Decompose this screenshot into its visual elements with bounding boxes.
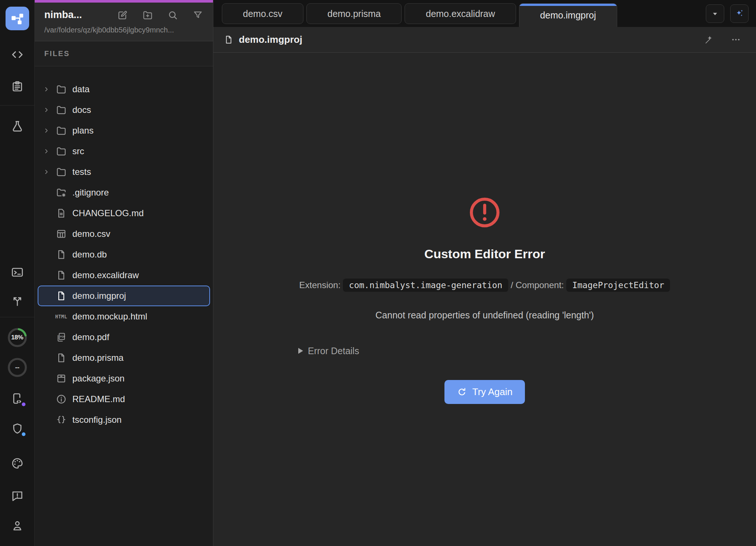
tab-demo.excalidraw[interactable]: demo.excalidraw — [405, 3, 516, 24]
sidebar-header: nimba... /var/folders/qz/kjb0dbb56jlgbcy… — [35, 3, 213, 41]
shield-icon[interactable] — [8, 420, 26, 438]
tree-file-demo.excalidraw[interactable]: demo.excalidraw — [38, 265, 210, 286]
sparkle-icon[interactable] — [730, 4, 749, 23]
code-view-icon[interactable] — [8, 46, 26, 63]
try-again-button[interactable]: Try Again — [444, 380, 525, 404]
triangle-right-icon — [298, 348, 303, 354]
tree-item-label: demo.csv — [72, 229, 110, 239]
folder-plus-icon[interactable] — [142, 10, 153, 21]
folder-gear-icon — [56, 187, 67, 198]
tab-demo.prisma[interactable]: demo.prisma — [306, 3, 402, 24]
extension-label: Extension: — [299, 280, 341, 290]
tree-item-label: demo.mockup.html — [72, 311, 147, 322]
tree-item-label: package.json — [72, 373, 124, 384]
tree-file-demo.prisma[interactable]: demo.prisma — [38, 348, 210, 368]
tree-folder-data[interactable]: data — [38, 79, 210, 100]
chevron-right-icon — [43, 148, 50, 155]
tree-file-tsconfig.json[interactable]: tsconfig.json — [38, 410, 210, 430]
divider — [0, 317, 35, 317]
tree-item-label: demo.pdf — [72, 332, 109, 342]
info-icon — [56, 394, 67, 405]
person-icon[interactable] — [8, 517, 26, 535]
split-arrows-icon[interactable] — [8, 292, 26, 310]
palette-icon[interactable] — [8, 455, 26, 472]
folder-icon — [56, 146, 67, 157]
error-extension-line: Extension: com.nimbalyst.image-generatio… — [299, 277, 670, 294]
editor-content: Custom Editor Error Extension: com.nimba… — [213, 53, 756, 546]
error-message: Cannot read properties of undefined (rea… — [375, 310, 594, 321]
tab-label: demo.imgproj — [540, 10, 596, 21]
tab-label: demo.prisma — [327, 8, 381, 19]
spark-pen-icon[interactable] — [704, 34, 714, 45]
tree-item-label: README.md — [72, 394, 125, 404]
progress-badge: 18% — [11, 334, 23, 341]
device-code-icon[interactable] — [8, 390, 26, 408]
tabs-strip: demo.csvdemo.prismademo.excalidrawdemo.i… — [222, 3, 617, 27]
breadcrumb-file-name: demo.imgproj — [239, 34, 302, 45]
feedback-icon[interactable] — [8, 487, 26, 505]
tab-demo.imgproj[interactable]: demo.imgproj — [519, 3, 617, 27]
tree-item-label: demo.prisma — [72, 353, 124, 363]
custom-editor-error-panel: Custom Editor Error Extension: com.nimba… — [298, 195, 671, 404]
error-title: Custom Editor Error — [425, 247, 545, 261]
package-icon — [56, 373, 67, 384]
context-usage-ring[interactable]: 18% — [7, 327, 28, 348]
edit-icon[interactable] — [117, 10, 128, 21]
tree-file-.gitignore[interactable]: .gitignore — [38, 182, 210, 203]
table-icon — [56, 228, 67, 239]
notification-dot — [22, 432, 25, 436]
folder-icon — [56, 125, 67, 136]
tree-file-demo.imgproj[interactable]: demo.imgproj — [38, 286, 210, 306]
alert-circle-icon — [467, 195, 502, 230]
tree-file-demo.pdf[interactable]: PDFdemo.pdf — [38, 327, 210, 348]
terminal-icon[interactable] — [8, 263, 26, 281]
cost-badge: -- — [15, 363, 20, 372]
sidebar-accent-bar — [35, 0, 213, 3]
tree-folder-tests[interactable]: tests — [38, 162, 210, 182]
cost-ring[interactable]: -- — [7, 357, 28, 378]
tree-item-label: tests — [72, 167, 91, 177]
folder-icon — [56, 104, 67, 115]
chevron-right-icon — [43, 86, 50, 93]
tree-item-label: demo.db — [72, 249, 107, 260]
search-icon[interactable] — [167, 10, 178, 21]
tree-item-label: plans — [72, 125, 93, 136]
divider — [0, 105, 35, 106]
filter-icon[interactable] — [192, 10, 203, 21]
tree-folder-src[interactable]: src — [38, 141, 210, 162]
chevron-right-icon — [43, 127, 50, 134]
app-logo-icon[interactable] — [6, 7, 29, 30]
try-again-label: Try Again — [472, 386, 513, 398]
flask-icon[interactable] — [8, 117, 26, 135]
tree-file-CHANGELOG.md[interactable]: CHANGELOG.md — [38, 203, 210, 224]
sidebar: nimba... /var/folders/qz/kjb0dbb56jlgbcy… — [35, 0, 213, 546]
notification-dot — [22, 402, 25, 406]
document-icon — [56, 208, 67, 219]
project-name: nimba... — [44, 9, 82, 21]
folder-icon — [56, 84, 67, 95]
tree-item-label: data — [72, 84, 90, 94]
tree-file-demo.db[interactable]: demo.db — [38, 244, 210, 265]
ellipsis-icon[interactable] — [731, 34, 741, 45]
folder-icon — [56, 166, 67, 177]
caret-down-icon[interactable] — [706, 4, 724, 23]
error-details-label: Error Details — [308, 346, 359, 356]
tree-folder-docs[interactable]: docs — [38, 100, 210, 120]
component-name: ImageProjectEditor — [566, 279, 670, 292]
tree-file-package.json[interactable]: package.json — [38, 368, 210, 389]
tab-demo.csv[interactable]: demo.csv — [222, 3, 303, 24]
project-path: /var/folders/qz/kjb0dbb56jlgbcy9mnch... — [44, 26, 203, 34]
tree-file-README.md[interactable]: README.md — [38, 389, 210, 410]
pdf-icon: PDF — [56, 332, 67, 343]
file-icon — [56, 290, 67, 301]
tree-file-demo.mockup.html[interactable]: HTMLdemo.mockup.html — [38, 306, 210, 327]
breadcrumb: demo.imgproj — [213, 27, 756, 53]
clipboard-icon[interactable] — [8, 78, 26, 96]
svg-text:PDF: PDF — [60, 335, 65, 338]
tree-file-demo.csv[interactable]: demo.csv — [38, 224, 210, 244]
tab-label: demo.excalidraw — [426, 8, 495, 19]
error-details-toggle[interactable]: Error Details — [298, 346, 359, 356]
chevron-right-icon — [43, 106, 50, 114]
tree-item-label: CHANGELOG.md — [72, 208, 144, 218]
tree-folder-plans[interactable]: plans — [38, 120, 210, 141]
